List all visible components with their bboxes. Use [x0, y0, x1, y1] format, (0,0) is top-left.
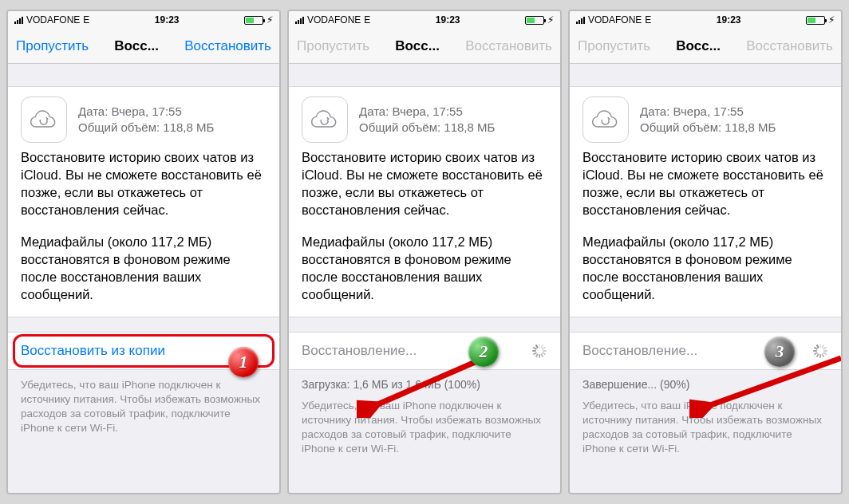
charging-icon: ⚡︎ — [547, 14, 554, 26]
footer-note: Убедитесь, что ваш iPhone подключен к ис… — [570, 391, 841, 457]
content: Дата: Вчера, 17:55 Общий объём: 118,8 МБ… — [289, 64, 560, 493]
content: Дата: Вчера, 17:55 Общий объём: 118,8 МБ… — [570, 64, 841, 493]
backup-cloud-icon — [582, 96, 629, 143]
backup-date: Дата: Вчера, 17:55 — [78, 104, 214, 120]
info-paragraph-1: Восстановите историю своих чатов из iClo… — [582, 149, 828, 219]
signal-icon — [295, 16, 304, 24]
backup-cloud-icon — [302, 96, 348, 143]
status-bar: VODAFONE E 19:23 ⚡︎ — [8, 11, 279, 29]
charging-icon: ⚡︎ — [828, 14, 835, 26]
phone-screen-2: VODAFONE E 19:23 ⚡︎ Пропустить Восс... В… — [287, 10, 562, 494]
battery-icon — [806, 16, 825, 25]
nav-bar: Пропустить Восс... Восстановить — [570, 29, 841, 64]
footer-note: Убедитесь, что ваш iPhone подключен к ис… — [8, 370, 279, 436]
nav-bar: Пропустить Восс... Восстановить — [8, 29, 279, 64]
signal-icon — [576, 16, 585, 24]
restoring-row: Восстановление... — [289, 332, 560, 370]
clock: 19:23 — [155, 14, 180, 26]
nav-bar: Пропустить Восс... Восстановить — [289, 29, 560, 64]
restoring-row: Восстановление... — [570, 332, 841, 370]
skip-button[interactable]: Пропустить — [16, 38, 89, 54]
clock: 19:23 — [436, 14, 460, 26]
status-bar: VODAFONE E 19:23 ⚡︎ — [570, 11, 841, 29]
spinner-icon — [812, 343, 828, 359]
phone-screen-1: VODAFONE E 19:23 ⚡︎ Пропустить Восс... В… — [6, 10, 281, 494]
status-bar: VODAFONE E 19:23 ⚡︎ — [289, 11, 560, 29]
charging-icon: ⚡︎ — [267, 14, 273, 26]
download-progress: Загрузка: 1,6 МБ из 1,6 МБ (100%) — [289, 370, 560, 391]
finishing-progress: Завершение... (90%) — [570, 370, 841, 391]
info-paragraph-2: Медиафайлы (около 117,2 МБ) восстановятс… — [302, 234, 547, 304]
step-badge-3: 3 — [764, 337, 795, 367]
nav-title: Восс... — [395, 38, 440, 54]
carrier-label: VODAFONE — [307, 14, 361, 26]
skip-button: Пропустить — [297, 38, 369, 54]
restore-button: Восстановить — [465, 38, 552, 54]
restore-button[interactable]: Восстановить — [184, 38, 271, 54]
nav-title: Восс... — [676, 38, 721, 54]
backup-date: Дата: Вчера, 17:55 — [359, 104, 495, 120]
battery-icon — [244, 16, 263, 25]
info-paragraph-2: Медиафайлы (около 117,2 МБ) восстановятс… — [582, 234, 828, 304]
mobile-net-label: E — [83, 14, 89, 26]
restore-from-copy-label: Восстановить из копии — [21, 343, 165, 359]
carrier-label: VODAFONE — [26, 14, 80, 26]
phone-screen-3: VODAFONE E 19:23 ⚡︎ Пропустить Восс... В… — [568, 10, 843, 494]
skip-button: Пропустить — [578, 38, 650, 54]
backup-size: Общий объём: 118,8 МБ — [359, 120, 495, 136]
footer-note: Убедитесь, что ваш iPhone подключен к ис… — [289, 391, 560, 457]
content: Дата: Вчера, 17:55 Общий объём: 118,8 МБ… — [8, 64, 279, 493]
info-paragraph-2: Медиафайлы (около 117,2 МБ) восстановятс… — [21, 234, 267, 304]
backup-size: Общий объём: 118,8 МБ — [640, 120, 776, 136]
clock: 19:23 — [717, 14, 741, 26]
restoring-label: Восстановление... — [302, 343, 417, 359]
mobile-net-label: E — [364, 14, 370, 26]
backup-size: Общий объём: 118,8 МБ — [78, 120, 214, 136]
battery-icon — [525, 16, 544, 25]
backup-cloud-icon — [21, 96, 67, 143]
signal-icon — [14, 16, 23, 24]
carrier-label: VODAFONE — [588, 14, 642, 26]
nav-title: Восс... — [114, 38, 159, 54]
backup-date: Дата: Вчера, 17:55 — [640, 104, 776, 120]
step-badge-1: 1 — [228, 347, 259, 377]
restoring-label: Восстановление... — [582, 343, 697, 359]
spinner-icon — [531, 343, 547, 359]
mobile-net-label: E — [645, 14, 651, 26]
info-paragraph-1: Восстановите историю своих чатов из iClo… — [21, 149, 267, 219]
info-paragraph-1: Восстановите историю своих чатов из iClo… — [302, 149, 547, 219]
restore-button: Восстановить — [746, 38, 833, 54]
step-badge-2: 2 — [468, 337, 499, 367]
